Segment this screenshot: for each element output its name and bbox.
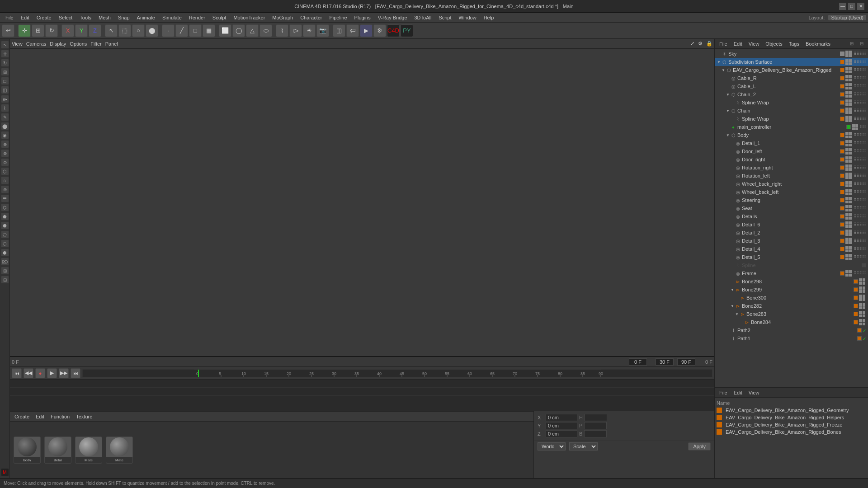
menu-edit[interactable]: Edit bbox=[17, 15, 33, 20]
frame-start-input[interactable] bbox=[629, 358, 647, 366]
left-tool-14[interactable]: ☰ bbox=[1, 194, 9, 202]
prop-geo-item-4[interactable]: EAV_Cargo_Delivery_Bike_Amazon_Rigged_Bo… bbox=[717, 428, 866, 436]
apply-button[interactable]: Apply bbox=[688, 442, 711, 450]
menu-render[interactable]: Render bbox=[185, 15, 209, 20]
tool-yaxis[interactable]: Y bbox=[75, 24, 88, 37]
sm-tab-view[interactable]: View bbox=[746, 41, 762, 47]
tree-item-body[interactable]: ▼ ⬡ Body ⠿⠿⠿⠿ bbox=[715, 131, 868, 139]
menu-mesh[interactable]: Mesh bbox=[95, 15, 114, 20]
tree-item-path1[interactable]: ⌇ Path1 ✓ bbox=[715, 334, 868, 343]
tool-sphere[interactable]: ◯ bbox=[232, 24, 245, 37]
left-tool-17[interactable]: ⬣ bbox=[1, 221, 9, 230]
vp-tab-display[interactable]: Display bbox=[50, 41, 66, 47]
close-button[interactable]: ✕ bbox=[857, 3, 864, 10]
tree-item-bone284[interactable]: ⊳ Bone284 bbox=[715, 318, 868, 326]
left-tool-move[interactable]: ✛ bbox=[1, 50, 9, 58]
tool-rotate[interactable]: ↻ bbox=[45, 24, 58, 37]
tree-item-chain-2[interactable]: ▼ ⬡ Chain_2 ⠿⠿⠿⠿ bbox=[715, 90, 868, 99]
menu-snap[interactable]: Snap bbox=[114, 15, 133, 20]
tree-item-eav[interactable]: ▼ ⬡ EAV_Cargo_Delivery_Bike_Amazon_Rigge… bbox=[715, 66, 868, 74]
left-tool-12[interactable]: ⌂ bbox=[1, 176, 9, 184]
tl-btn-play[interactable]: ▶ bbox=[47, 368, 57, 378]
p-value[interactable] bbox=[584, 422, 607, 429]
sm-icon-1[interactable]: ⊞ bbox=[847, 41, 856, 46]
mat-tab-texture[interactable]: Texture bbox=[73, 414, 95, 419]
tool-scale[interactable]: ⊞ bbox=[32, 24, 44, 37]
left-tool-c4d-logo[interactable]: M bbox=[1, 468, 9, 476]
material-body[interactable]: body bbox=[14, 436, 41, 464]
left-tool-2[interactable]: ◫ bbox=[1, 86, 9, 94]
tree-item-spline-wrap-2[interactable]: ⌇ Spline Wrap ⠿⠿⠿⠿ bbox=[715, 115, 868, 123]
mat-tab-create[interactable]: Create bbox=[12, 414, 32, 419]
menu-select[interactable]: Select bbox=[55, 15, 76, 20]
material-mate-2[interactable]: Mate bbox=[106, 436, 133, 464]
tool-gen[interactable]: ⌲ bbox=[289, 24, 302, 37]
layout-value[interactable]: Startup (Used) bbox=[828, 15, 866, 20]
vp-tab-filter[interactable]: Filter bbox=[90, 41, 101, 47]
left-tool-20[interactable]: ⬢ bbox=[1, 249, 9, 257]
tree-item-detail3[interactable]: ◎ Detail_3 ⠿⠿⠿⠿ bbox=[715, 237, 868, 245]
tree-item-bone300[interactable]: ⊳ Bone300 bbox=[715, 294, 868, 302]
left-tool-22[interactable]: ⊞ bbox=[1, 267, 9, 275]
tree-item-sky[interactable]: ☀ Sky ⠿⠿⠿⠿ bbox=[715, 50, 868, 58]
menu-script[interactable]: Script bbox=[435, 15, 455, 20]
menu-3dtoall[interactable]: 3DToAll bbox=[411, 15, 435, 20]
menu-animate[interactable]: Animate bbox=[133, 15, 159, 20]
vp-tab-panel[interactable]: Panel bbox=[105, 41, 118, 47]
vp-tab-cameras[interactable]: Cameras bbox=[26, 41, 47, 47]
menu-motiontracker[interactable]: MotionTracker bbox=[230, 15, 269, 20]
tool-cylinder[interactable]: ⬭ bbox=[259, 24, 272, 37]
tool-cube[interactable]: ⬜ bbox=[219, 24, 231, 37]
sm-tab-edit[interactable]: Edit bbox=[731, 41, 745, 47]
vp-icon-lock[interactable]: 🔒 bbox=[706, 41, 712, 47]
tree-item-frame[interactable]: ◎ Frame ⠿⠿⠿⠿ bbox=[715, 269, 868, 277]
tool-polys[interactable]: □ bbox=[189, 24, 202, 37]
tree-item-detail2[interactable]: ◎ Detail_2 ⠿⠿⠿⠿ bbox=[715, 229, 868, 237]
prop-geo-item-2[interactable]: EAV_Cargo_Delivery_Bike_Amazon_Rigged_He… bbox=[717, 414, 866, 421]
x-position[interactable] bbox=[546, 414, 577, 421]
tool-light[interactable]: ☀ bbox=[303, 24, 316, 37]
tool-camera[interactable]: 📷 bbox=[316, 24, 329, 37]
left-tool-23[interactable]: ⊟ bbox=[1, 276, 9, 284]
tool-tag[interactable]: 🏷 bbox=[346, 24, 359, 37]
transform-type-select[interactable]: Scale Move Rotate bbox=[569, 442, 598, 450]
tl-btn-next-frame[interactable]: ▶▶ bbox=[59, 368, 69, 378]
tool-pointer[interactable]: ↖ bbox=[105, 24, 118, 37]
tree-item-wheel-back-left[interactable]: ◎ Wheel_back_left ⠿⠿⠿⠿ bbox=[715, 188, 868, 196]
tree-item-details[interactable]: ◎ Details ⠿⠿⠿⠿ bbox=[715, 212, 868, 221]
tree-item-bone282[interactable]: ▼ ⊳ Bone282 bbox=[715, 302, 868, 310]
tree-item-door-left[interactable]: ◎ Door_left ⠿⠿⠿⠿ bbox=[715, 147, 868, 155]
tl-btn-record[interactable]: ● bbox=[35, 368, 45, 378]
menu-window[interactable]: Window bbox=[455, 15, 480, 20]
tree-item-bone299[interactable]: ▼ ⊳ Bone299 bbox=[715, 286, 868, 294]
tree-item-detail4[interactable]: ◎ Detail_4 ⠿⠿⠿⠿ bbox=[715, 245, 868, 253]
tool-xaxis[interactable]: X bbox=[61, 24, 74, 37]
tool-points[interactable]: · bbox=[162, 24, 175, 37]
tree-item-detail5[interactable]: ◎ Detail_5 ⠿⠿⠿⠿ bbox=[715, 253, 868, 261]
left-tool-19[interactable]: ⬡ bbox=[1, 239, 9, 248]
tool-material[interactable]: ◫ bbox=[333, 24, 345, 37]
tool-deform[interactable]: ⌇ bbox=[276, 24, 288, 37]
tree-item-bone298[interactable]: ⊳ Bone298 bbox=[715, 277, 868, 286]
tree-item-bone283[interactable]: ▼ ⊳ Bone283 bbox=[715, 310, 868, 318]
tree-item-detail1[interactable]: ◎ Detail_1 ⠿⠿⠿⠿ bbox=[715, 139, 868, 147]
tool-c4d[interactable]: C4D bbox=[387, 24, 400, 37]
tl-btn-goto-start[interactable]: ⏮ bbox=[12, 368, 22, 378]
tree-item-subdivision[interactable]: ▼ ⬡ Subdivision Surface ⠿⠿⠿⠿ bbox=[715, 58, 868, 66]
coord-mode-select[interactable]: World Local Object bbox=[538, 442, 566, 450]
vp-icon-settings[interactable]: ⚙ bbox=[698, 41, 703, 47]
fps-input[interactable] bbox=[656, 358, 674, 366]
menu-vray[interactable]: V-Ray Bridge bbox=[374, 15, 411, 20]
left-tool-10[interactable]: ⊙ bbox=[1, 158, 9, 166]
maximize-button[interactable]: □ bbox=[848, 3, 855, 10]
menu-tools[interactable]: Tools bbox=[76, 15, 95, 20]
prop-geo-item-1[interactable]: EAV_Cargo_Delivery_Bike_Amazon_Rigged_Ge… bbox=[717, 407, 866, 414]
sm-tab-bookmarks[interactable]: Bookmarks bbox=[803, 41, 833, 47]
left-tool-8[interactable]: ⊕ bbox=[1, 140, 9, 148]
tree-item-rotation-right[interactable]: ◎ Rotation_right ⠿⠿⠿⠿ bbox=[715, 164, 868, 172]
prop-tab-edit[interactable]: Edit bbox=[731, 390, 745, 395]
left-tool-11[interactable]: ⬡ bbox=[1, 167, 9, 175]
menu-help[interactable]: Help bbox=[480, 15, 498, 20]
tree-item-cable-l[interactable]: ◎ Cable_L ⠿⠿⠿⠿ bbox=[715, 82, 868, 90]
material-mate-1[interactable]: Mate bbox=[75, 436, 102, 464]
